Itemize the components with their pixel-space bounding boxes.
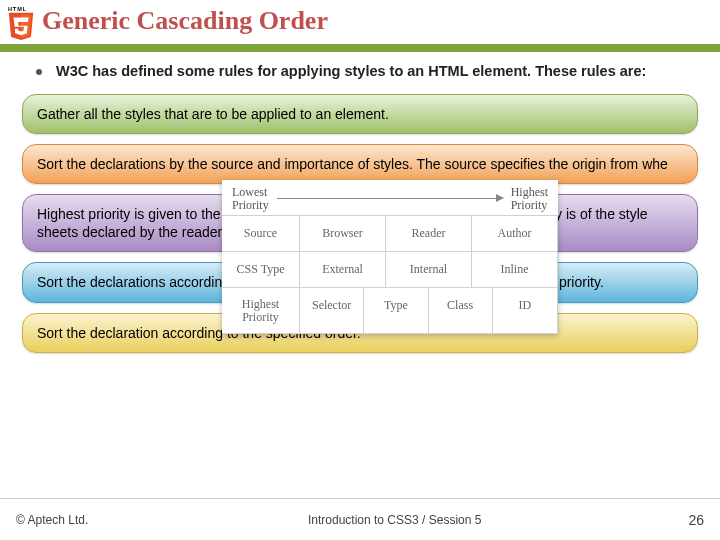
cell: ID [493, 288, 557, 333]
row-header-highest: Highest Priority [222, 288, 300, 334]
intro-text: W3C has defined some rules for applying … [56, 62, 646, 82]
page-number: 26 [688, 512, 704, 528]
card-gather: Gather all the styles that are to be app… [22, 94, 698, 134]
slide-title: Generic Cascading Order [42, 6, 328, 36]
session-label: Introduction to CSS3 / Session 5 [308, 513, 481, 527]
cell: Internal [386, 252, 472, 288]
cell: Selector [300, 288, 364, 333]
copyright: © Aptech Ltd. [16, 513, 88, 527]
cell: Reader [386, 216, 472, 252]
axis-high-label: Highest Priority [511, 186, 548, 211]
row-header-source: Source [222, 216, 300, 252]
slide: HTML Generic Cascading Order W3C has def… [0, 0, 720, 540]
cell: Inline [472, 252, 558, 288]
selector-row: Selector Type Class ID [300, 288, 558, 334]
priority-table: Source Browser Reader Author CSS Type Ex… [222, 215, 558, 334]
slide-footer: © Aptech Ltd. Introduction to CSS3 / Ses… [0, 498, 720, 540]
svg-text:HTML: HTML [8, 6, 27, 12]
cell: External [300, 252, 386, 288]
cell: Browser [300, 216, 386, 252]
priority-axis: Lowest Priority Highest Priority [222, 180, 558, 215]
cell: Class [429, 288, 493, 333]
cell: Type [364, 288, 428, 333]
priority-diagram: Lowest Priority Highest Priority Source … [222, 180, 558, 334]
axis-low-label: Lowest Priority [232, 186, 269, 211]
arrow-right-icon [277, 198, 503, 199]
card-sort-source: Sort the declarations by the source and … [22, 144, 698, 184]
intro-bullet: W3C has defined some rules for applying … [0, 52, 720, 88]
html5-logo-icon: HTML [6, 4, 36, 42]
row-header-csstype: CSS Type [222, 252, 300, 288]
cell: Author [472, 216, 558, 252]
slide-header: HTML Generic Cascading Order [0, 0, 720, 52]
bullet-dot-icon [36, 69, 42, 75]
